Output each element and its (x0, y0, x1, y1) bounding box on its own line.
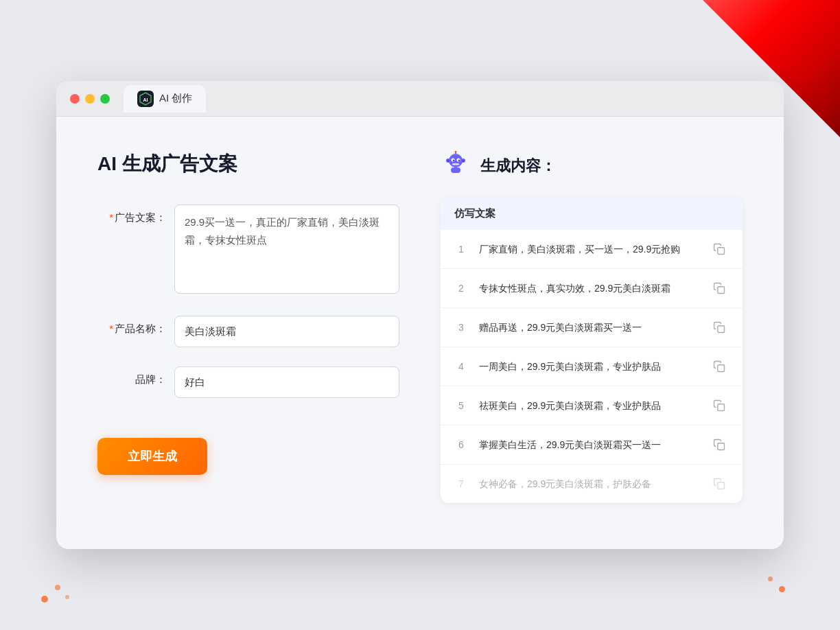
browser-tab[interactable]: AI AI 创作 (124, 85, 206, 113)
ad-copy-label: *广告文案： (97, 205, 166, 224)
result-row: 4 一周美白，29.9元美白淡斑霜，专业护肤品 (441, 347, 743, 386)
traffic-light-yellow[interactable] (85, 94, 95, 104)
result-text: 一周美白，29.9元美白淡斑霜，专业护肤品 (479, 360, 699, 374)
svg-rect-20 (718, 443, 725, 450)
result-num: 2 (454, 283, 468, 294)
svg-point-13 (447, 160, 450, 162)
svg-point-9 (455, 151, 457, 153)
result-num: 4 (454, 361, 468, 372)
svg-rect-18 (718, 365, 725, 372)
svg-rect-10 (451, 167, 460, 173)
ad-copy-textarea[interactable] (174, 205, 399, 294)
svg-point-6 (458, 160, 460, 161)
results-header: 仿写文案 (441, 198, 743, 230)
result-text: 女神必备，29.9元美白淡斑霜，护肤必备 (479, 477, 699, 491)
copy-icon[interactable] (710, 357, 729, 376)
brand-label: 品牌： (97, 366, 166, 386)
copy-icon[interactable] (710, 240, 729, 259)
traffic-lights (70, 94, 110, 104)
copy-icon[interactable] (710, 435, 729, 454)
brand-input[interactable] (174, 366, 399, 398)
browser-window: AI AI 创作 AI 生成广告文案 *广告文案： *产品名称： (56, 81, 784, 549)
result-row: 7 女神必备，29.9元美白淡斑霜，护肤必备 (441, 465, 743, 503)
svg-rect-19 (718, 404, 725, 411)
page-title: AI 生成广告文案 (97, 151, 399, 177)
tab-title: AI 创作 (159, 92, 192, 105)
result-text: 祛斑美白，29.9元美白淡斑霜，专业护肤品 (479, 399, 699, 413)
results-container: 仿写文案 1 厂家直销，美白淡斑霜，买一送一，29.9元抢购 2 专抹女性斑点，… (441, 198, 743, 503)
svg-point-14 (463, 160, 465, 162)
result-num: 5 (454, 400, 468, 411)
ad-copy-field (174, 205, 399, 296)
robot-icon (441, 151, 471, 181)
svg-rect-21 (718, 482, 725, 489)
svg-text:AI: AI (143, 97, 148, 102)
form-row-ad-copy: *广告文案： (97, 205, 399, 296)
svg-point-5 (453, 160, 454, 161)
right-panel: 生成内容： 仿写文案 1 厂家直销，美白淡斑霜，买一送一，29.9元抢购 2 专… (441, 151, 743, 515)
result-row: 2 专抹女性斑点，真实功效，29.9元美白淡斑霜 (441, 269, 743, 308)
product-name-input[interactable] (174, 316, 399, 347)
copy-icon[interactable] (710, 474, 729, 493)
brand-field (174, 366, 399, 398)
main-content: AI 生成广告文案 *广告文案： *产品名称： (56, 117, 784, 549)
svg-rect-17 (718, 326, 725, 333)
required-star-2: * (109, 323, 113, 334)
svg-rect-16 (718, 287, 725, 294)
product-name-label: *产品名称： (97, 316, 166, 336)
copy-icon[interactable] (710, 318, 729, 337)
svg-rect-15 (718, 248, 725, 255)
required-star-1: * (109, 211, 113, 223)
copy-icon[interactable] (710, 279, 729, 298)
title-bar: AI AI 创作 (56, 81, 784, 117)
result-row: 3 赠品再送，29.9元美白淡斑霜买一送一 (441, 308, 743, 347)
result-row: 6 掌握美白生活，29.9元美白淡斑霜买一送一 (441, 425, 743, 465)
result-num: 7 (454, 478, 468, 489)
result-num: 6 (454, 439, 468, 450)
product-name-field (174, 316, 399, 347)
result-text: 厂家直销，美白淡斑霜，买一送一，29.9元抢购 (479, 242, 699, 257)
result-row: 1 厂家直销，美白淡斑霜，买一送一，29.9元抢购 (441, 230, 743, 269)
generate-button[interactable]: 立即生成 (97, 438, 207, 475)
left-panel: AI 生成广告文案 *广告文案： *产品名称： (97, 151, 399, 515)
svg-rect-7 (452, 163, 459, 165)
copy-icon[interactable] (710, 396, 729, 415)
right-header: 生成内容： (441, 151, 743, 181)
form-row-brand: 品牌： (97, 366, 399, 398)
result-num: 3 (454, 322, 468, 333)
result-num: 1 (454, 244, 468, 255)
tab-ai-icon: AI (137, 91, 154, 107)
result-text: 专抹女性斑点，真实功效，29.9元美白淡斑霜 (479, 281, 699, 296)
result-text: 掌握美白生活，29.9元美白淡斑霜买一送一 (479, 438, 699, 452)
form-row-product-name: *产品名称： (97, 316, 399, 347)
result-row: 5 祛斑美白，29.9元美白淡斑霜，专业护肤品 (441, 386, 743, 425)
result-text: 赠品再送，29.9元美白淡斑霜买一送一 (479, 320, 699, 335)
traffic-light-green[interactable] (100, 94, 110, 104)
svg-point-2 (449, 154, 463, 167)
traffic-light-red[interactable] (70, 94, 80, 104)
results-list: 1 厂家直销，美白淡斑霜，买一送一，29.9元抢购 2 专抹女性斑点，真实功效，… (441, 230, 743, 503)
right-panel-title: 生成内容： (480, 156, 556, 176)
